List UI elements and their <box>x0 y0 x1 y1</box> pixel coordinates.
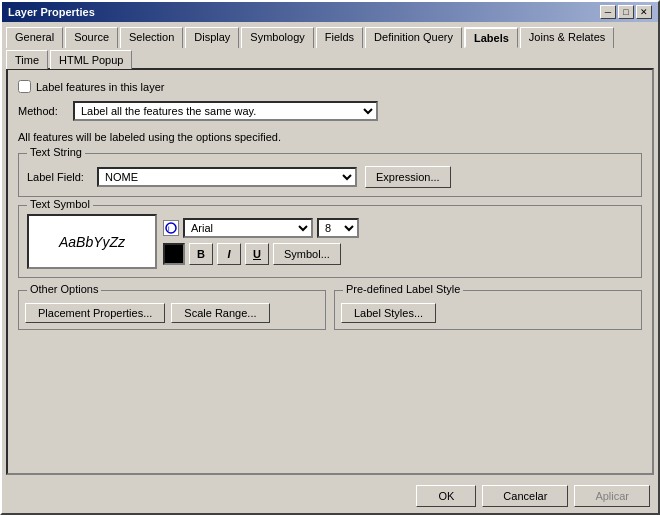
content-area: Label features in this layer Method: Lab… <box>6 68 654 475</box>
text-string-title: Text String <box>27 146 85 158</box>
tab-general[interactable]: General <box>6 27 63 48</box>
apply-button[interactable]: Aplicar <box>574 485 650 507</box>
font-row: i Arial 8 <box>163 218 359 238</box>
bottom-groups: Other Options Placement Properties... Sc… <box>18 290 642 330</box>
tab-definition-query[interactable]: Definition Query <box>365 27 462 48</box>
method-row: Method: Label all the features the same … <box>18 101 642 121</box>
label-styles-button[interactable]: Label Styles... <box>341 303 436 323</box>
expression-button[interactable]: Expression... <box>365 166 451 188</box>
predefined-title: Pre-defined Label Style <box>343 283 463 295</box>
text-symbol-inner: AaBbYyZz i Arial 8 <box>27 214 633 269</box>
title-bar: Layer Properties ─ □ ✕ <box>2 2 658 22</box>
font-size-select[interactable]: 8 <box>317 218 359 238</box>
tab-fields[interactable]: Fields <box>316 27 363 48</box>
minimize-button[interactable]: ─ <box>600 5 616 19</box>
symbol-button[interactable]: Symbol... <box>273 243 341 265</box>
preview-text: AaBbYyZz <box>59 234 125 250</box>
label-features-checkbox[interactable] <box>18 80 31 93</box>
text-string-group: Text String Label Field: NOME Expression… <box>18 153 642 197</box>
font-preview: AaBbYyZz <box>27 214 157 269</box>
cancel-button[interactable]: Cancelar <box>482 485 568 507</box>
scale-range-button[interactable]: Scale Range... <box>171 303 269 323</box>
info-text: All features will be labeled using the o… <box>18 131 642 143</box>
tab-bar: General Source Selection Display Symbolo… <box>2 22 658 68</box>
text-symbol-group: Text Symbol AaBbYyZz i Arial 8 <box>18 205 642 278</box>
label-field-row: Label Field: NOME Expression... <box>27 166 633 188</box>
tab-labels[interactable]: Labels <box>464 27 518 48</box>
font-icon: i <box>163 220 179 236</box>
predefined-group: Pre-defined Label Style Label Styles... <box>334 290 642 330</box>
tab-html-popup[interactable]: HTML Popup <box>50 50 132 69</box>
placement-properties-button[interactable]: Placement Properties... <box>25 303 165 323</box>
label-features-label: Label features in this layer <box>36 81 164 93</box>
tab-joins-relates[interactable]: Joins & Relates <box>520 27 614 48</box>
close-button[interactable]: ✕ <box>636 5 652 19</box>
label-field-label: Label Field: <box>27 171 97 183</box>
method-select[interactable]: Label all the features the same way. <box>73 101 378 121</box>
title-bar-controls: ─ □ ✕ <box>600 5 652 19</box>
font-name-select[interactable]: Arial <box>183 218 313 238</box>
bold-button[interactable]: B <box>189 243 213 265</box>
tab-display[interactable]: Display <box>185 27 239 48</box>
svg-text:i: i <box>168 225 170 232</box>
tab-symbology[interactable]: Symbology <box>241 27 313 48</box>
predefined-btns: Label Styles... <box>341 303 635 323</box>
other-options-btns: Placement Properties... Scale Range... <box>25 303 319 323</box>
tab-selection[interactable]: Selection <box>120 27 183 48</box>
footer: OK Cancelar Aplicar <box>2 479 658 513</box>
symbol-controls: i Arial 8 B I U Symbol.. <box>163 218 359 265</box>
maximize-button[interactable]: □ <box>618 5 634 19</box>
style-row: B I U Symbol... <box>163 243 359 265</box>
layer-properties-window: Layer Properties ─ □ ✕ General Source Se… <box>0 0 660 515</box>
tab-source[interactable]: Source <box>65 27 118 48</box>
label-field-select[interactable]: NOME <box>97 167 357 187</box>
label-features-row: Label features in this layer <box>18 80 642 93</box>
other-options-group: Other Options Placement Properties... Sc… <box>18 290 326 330</box>
other-options-title: Other Options <box>27 283 101 295</box>
italic-button[interactable]: I <box>217 243 241 265</box>
color-button[interactable] <box>163 243 185 265</box>
tab-time[interactable]: Time <box>6 50 48 69</box>
underline-button[interactable]: U <box>245 243 269 265</box>
window-title: Layer Properties <box>8 6 95 18</box>
text-symbol-title: Text Symbol <box>27 198 93 210</box>
ok-button[interactable]: OK <box>416 485 476 507</box>
method-label: Method: <box>18 105 73 117</box>
